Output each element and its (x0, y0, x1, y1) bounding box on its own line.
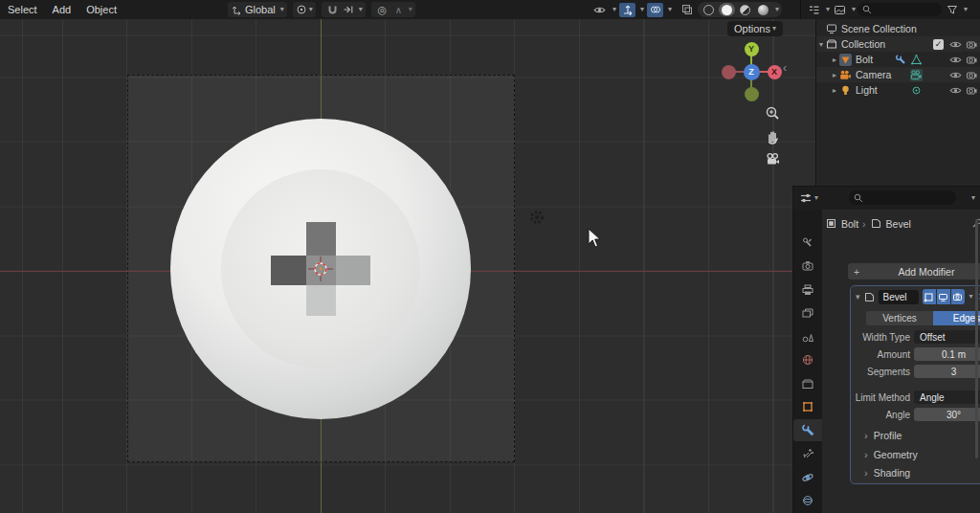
proportional-editing-toggle[interactable]: ◎ (374, 3, 390, 17)
outliner-row-camera[interactable]: ▸ Camera (816, 67, 980, 82)
display-realtime-toggle[interactable] (937, 289, 950, 304)
chevron-down-icon: ▾ (826, 6, 830, 13)
menu-add[interactable]: Add (45, 0, 79, 19)
outliner-filter-funnel-icon[interactable] (944, 3, 960, 17)
disable-render-camera-icon[interactable] (966, 54, 978, 66)
sidebar-collapse-arrow[interactable]: ‹ (783, 61, 787, 75)
tab-object[interactable] (793, 396, 822, 418)
proportional-falloff-icon[interactable]: ∧ (390, 3, 407, 17)
outliner-search-input[interactable] (858, 3, 942, 16)
tab-modifiers[interactable] (793, 419, 822, 441)
tab-constraints[interactable] (793, 490, 822, 512)
disable-render-camera-icon[interactable] (966, 84, 978, 97)
section-profile[interactable]: › Profile (864, 430, 902, 441)
hide-eye-icon[interactable] (949, 84, 962, 97)
expand-arrow-icon[interactable]: ▾ (816, 40, 826, 49)
camera-object-icon (839, 69, 852, 81)
expand-arrow-icon[interactable]: ▸ (830, 86, 839, 95)
tab-view-layer[interactable] (793, 302, 822, 324)
collection-checkbox[interactable]: ✓ (933, 39, 944, 50)
affect-edges-button[interactable]: Edges (933, 311, 980, 325)
bolt-slot-top (306, 222, 336, 256)
menu-object[interactable]: Object (78, 0, 124, 19)
properties-editor-icon (799, 191, 813, 205)
properties-scrollbar[interactable] (975, 219, 978, 458)
amount-field[interactable]: 0.1 m (914, 347, 980, 361)
add-modifier-button[interactable]: + Add Modifier (848, 263, 980, 279)
chevron-down-icon[interactable]: ▾ (971, 194, 975, 202)
panel-expand-icon[interactable]: ▾ (856, 293, 860, 301)
options-dropdown[interactable]: Options ▾ (727, 21, 783, 36)
section-geometry[interactable]: › Geometry (864, 449, 918, 460)
gizmo-y-neg-axis[interactable] (745, 87, 759, 101)
tab-collection[interactable] (793, 372, 822, 394)
disable-render-camera-icon[interactable] (966, 38, 978, 51)
modifier-extras-dropdown[interactable]: ▾ (969, 293, 973, 301)
display-render-toggle[interactable] (951, 289, 965, 304)
pan-hand-button[interactable] (765, 128, 781, 145)
tab-render[interactable] (793, 256, 822, 278)
navigation-gizmo[interactable]: Y X Z (717, 37, 786, 110)
search-icon (862, 5, 872, 14)
outliner-row-scene-collection[interactable]: Scene Collection (816, 21, 980, 36)
transform-orientation-dropdown[interactable]: Global ▾ (228, 2, 287, 17)
viewport-header: Select Add Object Global ▾ ▾ (0, 0, 980, 19)
tab-physics[interactable] (793, 466, 822, 488)
outliner-row-bolt[interactable]: ▸ Bolt (816, 52, 980, 67)
expand-arrow-icon[interactable]: ▸ (830, 71, 839, 79)
breadcrumb-object[interactable]: Bolt (841, 218, 858, 230)
collection-icon (826, 38, 837, 50)
gizmo-y-axis[interactable]: Y (745, 42, 759, 56)
viewport-header-right: ▾ ▾ ▾ (591, 2, 782, 17)
section-shading[interactable]: › Shading (864, 467, 910, 479)
shading-material-preview-button[interactable] (737, 3, 753, 16)
outliner-row-light[interactable]: ▸ Light (816, 82, 980, 98)
disable-render-camera-icon[interactable] (966, 69, 978, 81)
menu-select[interactable]: Select (0, 0, 45, 19)
snap-magnet-toggle[interactable] (324, 3, 341, 17)
tab-tool[interactable] (793, 232, 822, 254)
tab-particles[interactable] (793, 443, 822, 465)
tab-world[interactable] (793, 349, 822, 371)
gizmo-x-axis[interactable]: X (768, 65, 782, 79)
3d-cursor (306, 255, 335, 283)
show-visibility-dropdown[interactable] (591, 3, 608, 17)
hide-eye-icon[interactable] (949, 38, 962, 51)
light-object-icon[interactable] (527, 208, 546, 227)
field-label: Angle (851, 410, 910, 420)
outliner-filter-image-icon[interactable] (832, 3, 848, 17)
shading-rendered-button[interactable] (755, 3, 771, 16)
hide-eye-icon[interactable] (949, 69, 962, 81)
snap-target-dropdown[interactable] (341, 3, 357, 17)
width-type-menu[interactable]: Offset ▾ (914, 330, 980, 344)
properties-search-input[interactable] (849, 190, 956, 205)
shading-solid-button[interactable] (719, 3, 735, 16)
zoom-tool-button[interactable] (765, 105, 781, 122)
breadcrumb-modifier[interactable]: Bevel (886, 218, 911, 230)
outliner-row-collection[interactable]: ▾ Collection ✓ (816, 36, 980, 52)
3d-viewport[interactable]: Options ▾ Y X Z ‹ (0, 19, 815, 513)
gizmo-x-neg-axis[interactable] (722, 65, 736, 79)
outliner-display-mode-icon[interactable] (806, 3, 822, 17)
pivot-point-dropdown[interactable]: ▾ (293, 2, 316, 17)
camera-view-button[interactable] (765, 151, 781, 167)
tab-scene[interactable] (793, 325, 822, 347)
hide-eye-icon[interactable] (949, 54, 962, 66)
chevron-down-icon: ▾ (280, 6, 284, 13)
show-gizmo-toggle[interactable] (619, 3, 635, 17)
editor-type-dropdown[interactable]: ▾ (799, 191, 818, 205)
display-edit-mode-toggle[interactable] (923, 289, 936, 304)
modifier-name-field[interactable]: Bevel (879, 290, 919, 304)
xray-toggle[interactable] (679, 3, 695, 17)
bevel-icon (870, 217, 882, 230)
shading-wireframe-button[interactable] (701, 3, 717, 16)
chevron-down-icon: ▾ (964, 6, 968, 13)
expand-arrow-icon[interactable]: ▸ (830, 56, 839, 64)
gizmo-z-axis[interactable]: Z (744, 64, 760, 80)
segments-field[interactable]: 3 (914, 365, 980, 378)
limit-method-menu[interactable]: Angle ▾ (914, 390, 980, 404)
affect-vertices-button[interactable]: Vertices (866, 311, 933, 325)
show-overlays-toggle[interactable] (647, 3, 663, 17)
angle-field[interactable]: 30° (914, 408, 980, 421)
tab-output[interactable] (793, 279, 822, 301)
